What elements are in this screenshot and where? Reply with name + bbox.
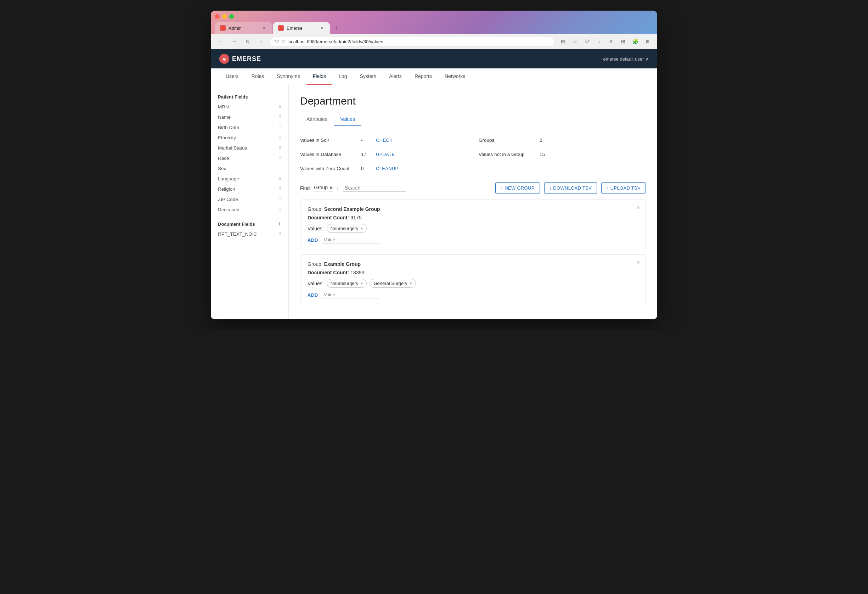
app-logo: ə EMERSE	[219, 54, 261, 64]
nav-item-roles[interactable]: Roles	[245, 68, 271, 85]
grid-button[interactable]: ⊞	[618, 37, 628, 46]
tab-values[interactable]: Values	[334, 113, 362, 126]
app-container: ə EMERSE emerse default user ∨ Users Rol…	[211, 49, 657, 319]
nav-item-reports[interactable]: Reports	[408, 68, 438, 85]
sidebar-item-race[interactable]: Race ⠿	[211, 153, 288, 163]
tab-close-admin[interactable]: ×	[261, 25, 267, 31]
bookmark-button[interactable]: ☆	[570, 37, 580, 46]
drag-handle-rpt-text-noic[interactable]: ⠿	[279, 232, 281, 236]
download-button[interactable]: ↓	[594, 37, 604, 46]
find-label: Find	[300, 185, 310, 191]
tab-label-emerse: Emerse	[286, 25, 303, 31]
menu-button[interactable]: ≡	[642, 37, 652, 46]
stat-label-values-not-in-group: Values not in a Group	[479, 152, 535, 157]
nav-item-log[interactable]: Log	[332, 68, 353, 85]
stat-action-update[interactable]: UPDATE	[376, 152, 395, 157]
nav-item-fields[interactable]: Fields	[307, 68, 332, 85]
drag-handle-ethnicity[interactable]: ⠿	[279, 135, 281, 140]
group-close-example[interactable]: ×	[637, 260, 640, 266]
browser-tab-emerse[interactable]: 🔴 Emerse ×	[273, 22, 330, 34]
add-document-field-button[interactable]: +	[278, 221, 281, 227]
tag-remove-general-surgery[interactable]: ×	[410, 281, 412, 286]
values-label-second-example: Values:	[307, 226, 324, 231]
stat-row-groups: Groups 2	[479, 135, 646, 146]
tag-remove-neurosurgery-2[interactable]: ×	[360, 281, 363, 286]
search-input[interactable]	[342, 184, 406, 192]
sidebar-item-religion[interactable]: Religion ⠿	[211, 184, 288, 194]
stat-value-values-in-db: 17	[361, 152, 372, 157]
group-card-second-example: × Group: Second Example Group Document C…	[300, 199, 646, 250]
stat-action-check[interactable]: CHECK	[376, 137, 393, 143]
drag-handle-sex[interactable]: ⠿	[279, 166, 281, 171]
drag-handle-zip-code[interactable]: ⠿	[279, 197, 281, 202]
value-input-example[interactable]	[322, 291, 379, 298]
logo-icon: ə	[219, 54, 229, 64]
nav-item-networks[interactable]: Networks	[438, 68, 472, 85]
stat-row-values-in-db: Values in Database 17 UPDATE	[300, 149, 467, 160]
traffic-light-close[interactable]	[215, 14, 220, 19]
drag-handle-name[interactable]: ⠿	[279, 115, 281, 120]
sidebar-item-sex[interactable]: Sex ⠿	[211, 163, 288, 174]
new-group-button[interactable]: + NEW GROUP	[495, 182, 540, 194]
sidebar: Patient Fields MRN ⠿ Name ⠿ Birth Date ⠿…	[211, 85, 289, 319]
add-value-button-second-example[interactable]: ADD	[307, 238, 318, 243]
drag-handle-marital-status[interactable]: ⠿	[279, 146, 281, 150]
sidebar-item-birth-date[interactable]: Birth Date ⠿	[211, 122, 288, 133]
sidebar-item-ethnicity[interactable]: Ethnicity ⠿	[211, 133, 288, 143]
upload-tsv-button[interactable]: ↑ UPLOAD TSV	[601, 182, 646, 194]
group-close-second-example[interactable]: ×	[637, 205, 640, 211]
traffic-light-maximize[interactable]	[229, 14, 234, 19]
address-field[interactable]: 🛡 □ localhost:8080/emerse/admin2/fields/…	[270, 37, 555, 46]
browser-tab-admin[interactable]: 🔴 Admin ×	[215, 22, 272, 34]
tag-remove-neurosurgery-1[interactable]: ×	[360, 226, 363, 231]
sidebar-item-deceased[interactable]: Deceased ⠿	[211, 204, 288, 215]
forward-button[interactable]: →	[229, 37, 239, 46]
find-dropdown[interactable]: Group ∨	[314, 185, 333, 191]
drag-handle-religion[interactable]: ⠿	[279, 187, 281, 191]
sidebar-item-language[interactable]: Language ⠿	[211, 174, 288, 184]
profile-button[interactable]: K	[606, 37, 616, 46]
value-input-second-example[interactable]	[322, 236, 379, 244]
user-menu[interactable]: emerse default user ∨	[603, 56, 649, 62]
add-value-button-example[interactable]: ADD	[307, 293, 318, 298]
nav-item-system[interactable]: System	[353, 68, 382, 85]
find-bar: Find Group ∨ : + NEW GROUP ↓ DOWNLOAD TS…	[300, 182, 646, 194]
home-button[interactable]: ⌂	[256, 37, 266, 46]
doc-count-second-example: Document Count: 9175	[307, 215, 638, 220]
drag-handle-deceased[interactable]: ⠿	[279, 207, 281, 212]
sidebar-item-name[interactable]: Name ⠿	[211, 112, 288, 122]
tab-attributes[interactable]: Attributes	[300, 113, 334, 126]
drag-handle-mrn[interactable]: ⠿	[279, 105, 281, 109]
tab-close-emerse[interactable]: ×	[319, 25, 325, 31]
sidebar-item-mrn[interactable]: MRN ⠿	[211, 102, 288, 112]
group-values-row-example: Values: Neurosurgery × General Surgery ×	[307, 279, 638, 288]
new-tab-button[interactable]: +	[331, 23, 341, 33]
traffic-lights	[215, 14, 653, 19]
nav-item-users[interactable]: Users	[219, 68, 245, 85]
stat-value-values-zero-count: 0	[361, 166, 372, 171]
stat-label-groups: Groups	[479, 137, 535, 143]
reload-button[interactable]: ↻	[243, 37, 252, 46]
stat-label-values-zero-count: Values with Zero Count	[300, 166, 357, 171]
back-button[interactable]: ←	[216, 37, 226, 46]
sidebar-item-zip-code[interactable]: ZIP Code ⠿	[211, 194, 288, 204]
group-header-second-example: Group: Second Example Group	[307, 206, 638, 212]
drag-handle-race[interactable]: ⠿	[279, 156, 281, 161]
add-value-row-second-example: ADD	[307, 236, 638, 244]
sidebar-item-marital-status[interactable]: Marital Status ⠿	[211, 143, 288, 153]
extensions-button[interactable]: ⊞	[558, 37, 568, 46]
address-bar-row: ← → ↻ ⌂ 🛡 □ localhost:8080/emerse/admin2…	[211, 34, 657, 49]
sidebar-item-rpt-text-noic[interactable]: RPT_TEXT_NOIC ⠿	[211, 229, 288, 239]
drag-handle-language[interactable]: ⠿	[279, 176, 281, 181]
app-nav: Users Roles Synonyms Fields Log System A…	[211, 68, 657, 85]
doc-count-example: Document Count: 18393	[307, 270, 638, 275]
download-tsv-button[interactable]: ↓ DOWNLOAD TSV	[544, 182, 597, 194]
traffic-light-minimize[interactable]	[222, 14, 227, 19]
logo-text: EMERSE	[232, 55, 261, 63]
drag-handle-birth-date[interactable]: ⠿	[279, 125, 281, 130]
nav-item-alerts[interactable]: Alerts	[382, 68, 408, 85]
stat-action-cleanup[interactable]: CLEANUP	[376, 166, 399, 171]
shield-check-icon: 🛡	[582, 37, 592, 46]
page-icon: □	[282, 39, 285, 44]
nav-item-synonyms[interactable]: Synonyms	[270, 68, 306, 85]
